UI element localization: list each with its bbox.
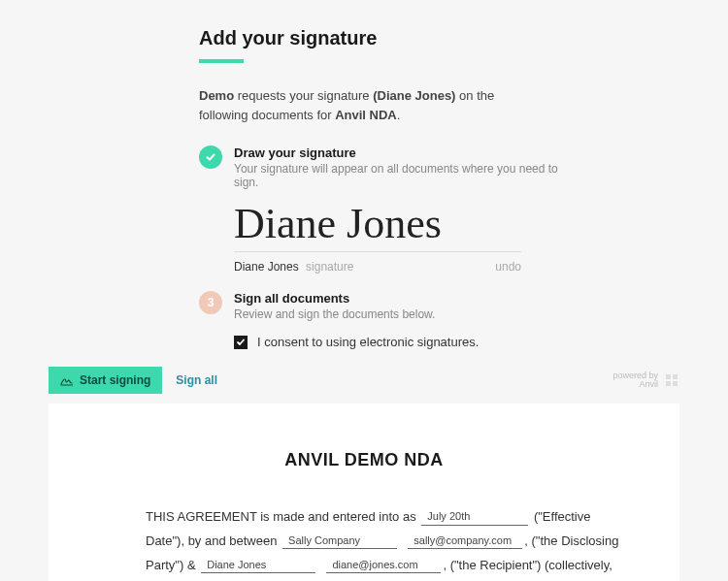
field-effective-date[interactable]: July 20th — [421, 510, 528, 525]
toolbar: Start signing Sign all powered by Anvil — [0, 367, 728, 394]
svg-rect-2 — [673, 374, 678, 379]
field-disclosing-party[interactable]: Sally Company — [282, 534, 397, 549]
step-draw-subtitle: Your signature will appear on all docume… — [234, 162, 564, 189]
field-recipient-email[interactable]: diane@jones.com — [326, 559, 441, 573]
signature-icon — [60, 374, 74, 386]
undo-link[interactable]: undo — [495, 260, 521, 274]
step-number-badge: 3 — [199, 291, 222, 314]
svg-rect-3 — [666, 381, 671, 386]
signature-meta: Diane Jones signature undo — [234, 260, 521, 274]
signature-pad[interactable]: Diane Jones — [234, 199, 521, 252]
signature-name: Diane Jones — [234, 260, 299, 274]
consent-text: I consent to using electronic signatures… — [257, 335, 479, 349]
start-signing-button[interactable]: Start signing — [49, 367, 162, 394]
signature-label: signature — [306, 260, 353, 274]
intro-requester: Demo — [199, 88, 234, 103]
document-body: THIS AGREEMENT is made and entered into … — [146, 505, 621, 581]
anvil-logo-icon — [664, 372, 679, 388]
page-title: Add your signature — [199, 27, 728, 49]
document-title: ANVIL DEMO NDA — [107, 450, 621, 470]
signature-script: Diane Jones — [234, 199, 521, 249]
powered-by: powered by Anvil — [612, 371, 679, 391]
step-draw-title: Draw your signature — [234, 145, 564, 160]
consent-checkbox[interactable] — [234, 336, 248, 349]
sign-all-link[interactable]: Sign all — [176, 373, 217, 387]
intro-signer-name: (Diane Jones) — [373, 88, 455, 103]
step-draw-signature: Draw your signature Your signature will … — [199, 145, 728, 189]
title-underline — [199, 59, 244, 63]
field-recipient-name[interactable]: Diane Jones — [201, 559, 315, 573]
field-disclosing-email[interactable]: sally@company.com — [408, 534, 522, 549]
intro-text: Demo requests your signature (Diane Jone… — [199, 86, 529, 124]
consent-row: I consent to using electronic signatures… — [234, 335, 728, 349]
step-sign-title: Sign all documents — [234, 291, 564, 306]
check-icon — [199, 145, 222, 169]
document-preview: ANVIL DEMO NDA THIS AGREEMENT is made an… — [49, 403, 679, 581]
intro-doc-name: Anvil NDA — [335, 108, 397, 122]
step-sign-subtitle: Review and sign the documents below. — [234, 307, 564, 321]
svg-rect-4 — [673, 381, 678, 386]
step-sign-all: 3 Sign all documents Review and sign the… — [199, 291, 728, 321]
svg-rect-1 — [666, 374, 671, 379]
